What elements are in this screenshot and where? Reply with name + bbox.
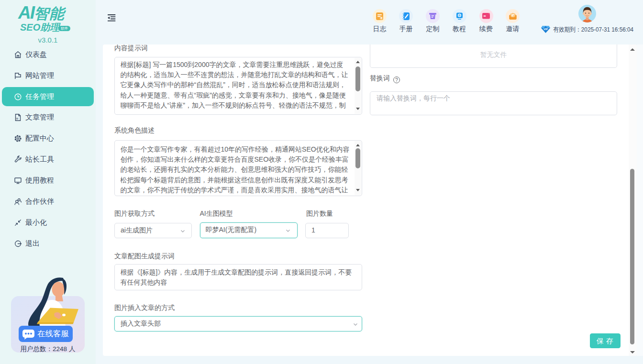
- svg-text:VIP: VIP: [543, 28, 548, 31]
- svg-text:w: w: [15, 117, 18, 120]
